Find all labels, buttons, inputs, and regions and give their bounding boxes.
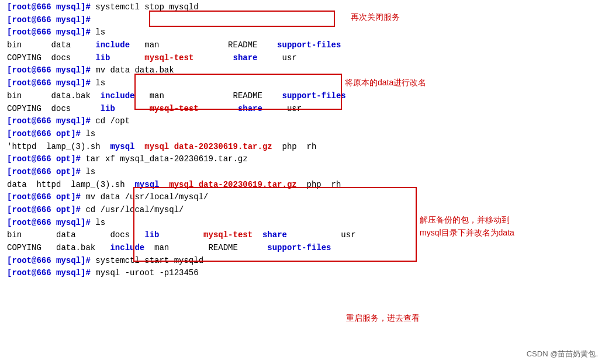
annotation-text-restart: 重启服务，进去查看 xyxy=(346,313,420,324)
prompt: [root@666 opt]# xyxy=(7,128,85,141)
annotation-text-tar: 解压备份的包，并移动到mysql目录下并改名为data xyxy=(420,213,514,240)
output-line: COPYING docs lib mysql-test share usr xyxy=(7,52,598,65)
prompt: [root@666 opt]# xyxy=(7,153,85,166)
prompt: [root@666 opt]# xyxy=(7,204,85,217)
prompt: [root@666 mysql]# xyxy=(7,14,95,27)
command: ls xyxy=(95,77,105,90)
annotation-text-mv: 将原本的data进行改名 xyxy=(345,78,426,88)
prompt: [root@666 mysql]# xyxy=(7,255,95,268)
output-text: bin data include man README support-file… xyxy=(7,39,341,52)
output-line: bin data include man README support-file… xyxy=(7,39,598,52)
terminal-line: [root@666 mysql]# cd /opt xyxy=(7,115,598,128)
prompt: [root@666 mysql]# xyxy=(7,1,95,14)
watermark: CSDN @苗苗奶黄包. xyxy=(527,349,598,359)
prompt: [root@666 mysql]# xyxy=(7,267,95,280)
annotation-text-stop: 再次关闭服务 xyxy=(351,12,400,23)
output-line: 'httpd lamp_(3).sh mysql mysql data-2023… xyxy=(7,141,598,154)
prompt: [root@666 mysql]# xyxy=(7,115,95,128)
terminal-line: [root@666 opt]# ls xyxy=(7,166,598,179)
prompt: [root@666 mysql]# xyxy=(7,26,95,39)
terminal-line: [root@666 mysql]# ls xyxy=(7,26,598,39)
command: mysql -uroot -p123456 xyxy=(95,267,198,280)
annotation-box-stop xyxy=(149,11,335,27)
command: ls xyxy=(85,166,95,179)
output-text: 'httpd lamp_(3).sh mysql mysql data-2023… xyxy=(7,141,316,154)
annotation-box-mv xyxy=(134,74,342,110)
terminal-line: [root@666 mysql]# mysql -uroot -p123456 xyxy=(7,267,598,280)
terminal-line: [root@666 opt]# ls xyxy=(7,128,598,141)
command: ls xyxy=(95,217,105,230)
terminal-line: [root@666 opt]# tar xf mysql_data-202306… xyxy=(7,153,598,166)
prompt: [root@666 opt]# xyxy=(7,191,85,204)
command: ls xyxy=(85,128,95,141)
command: ls xyxy=(95,26,105,39)
prompt: [root@666 opt]# xyxy=(7,166,85,179)
output-text: COPYING docs lib mysql-test share usr xyxy=(7,52,297,65)
prompt: [root@666 mysql]# xyxy=(7,64,95,77)
prompt: [root@666 mysql]# xyxy=(7,217,95,230)
command: tar xf mysql_data-20230619.tar.gz xyxy=(85,153,247,166)
annotation-box-tar xyxy=(133,187,417,262)
prompt: [root@666 mysql]# xyxy=(7,77,95,90)
command: cd /opt xyxy=(95,115,130,128)
